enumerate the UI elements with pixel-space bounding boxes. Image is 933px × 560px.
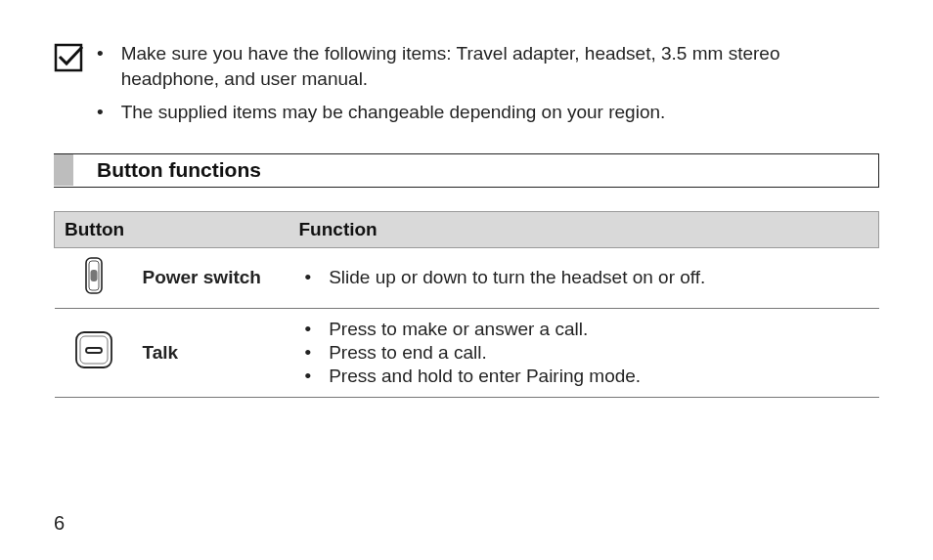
power-switch-icon [84, 279, 104, 299]
function-text: Press to end a call. [329, 342, 487, 364]
row-label: Power switch [133, 247, 289, 308]
col-header-function: Function [289, 211, 879, 247]
row-function-cell: Press to make or answer a call. Press to… [289, 308, 879, 397]
function-text: Press and hold to enter Pairing mode. [329, 366, 641, 387]
checkmark-box-icon [54, 43, 83, 72]
note-item: Make sure you have the following items: … [97, 41, 879, 92]
note-item: The supplied items may be changeable dep… [97, 100, 879, 125]
function-text: Slide up or down to turn the headset on … [329, 267, 705, 288]
table-row: Talk Press to make or answer a call. Pre… [55, 308, 879, 397]
table-header-row: Button Function [55, 211, 879, 247]
button-functions-table: Button Function Power switch [54, 211, 879, 398]
function-item: Press to make or answer a call. [299, 319, 869, 340]
svg-rect-6 [86, 348, 102, 353]
function-item: Slide up or down to turn the headset on … [299, 267, 869, 288]
svg-rect-5 [80, 336, 108, 364]
note-list: Make sure you have the following items: … [97, 41, 879, 134]
function-text: Press to make or answer a call. [329, 319, 588, 340]
section-heading: Button functions [54, 153, 879, 188]
manual-page: Make sure you have the following items: … [0, 0, 933, 560]
section-title: Button functions [73, 158, 261, 182]
function-list: Press to make or answer a call. Press to… [299, 319, 869, 387]
note-text: Make sure you have the following items: … [121, 41, 879, 92]
row-function-cell: Slide up or down to turn the headset on … [289, 247, 879, 308]
function-item: Press and hold to enter Pairing mode. [299, 366, 869, 387]
svg-rect-3 [90, 270, 97, 281]
note-text: The supplied items may be changeable dep… [121, 100, 666, 125]
table-row: Power switch Slide up or down to turn th… [55, 247, 879, 308]
row-label: Talk [133, 308, 289, 397]
heading-tab-icon [54, 154, 73, 186]
talk-button-icon [73, 354, 114, 374]
note-block: Make sure you have the following items: … [54, 41, 879, 134]
col-header-button: Button [55, 211, 289, 247]
function-item: Press to end a call. [299, 342, 869, 364]
function-list: Slide up or down to turn the headset on … [299, 267, 869, 288]
page-number: 6 [54, 512, 65, 535]
row-icon-cell [55, 308, 133, 397]
row-icon-cell [55, 247, 133, 308]
